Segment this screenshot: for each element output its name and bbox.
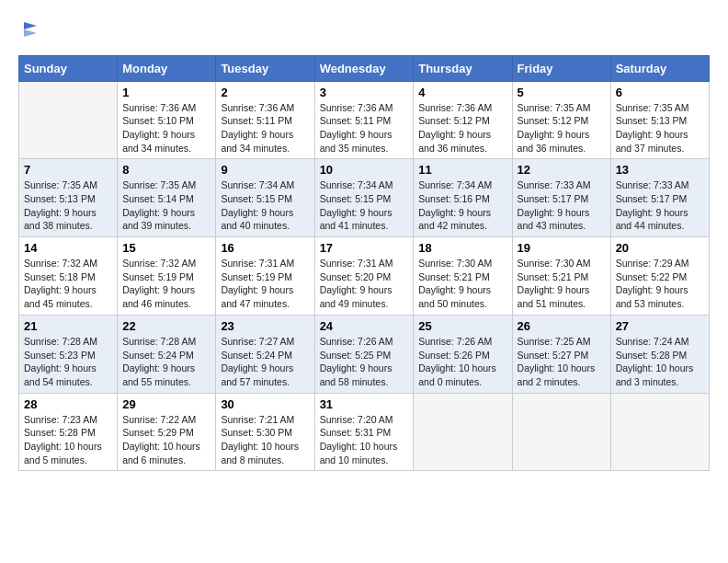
week-row: 1Sunrise: 7:36 AM Sunset: 5:10 PM Daylig… <box>19 81 710 159</box>
day-number: 1 <box>122 86 210 99</box>
column-header-tuesday: Tuesday <box>216 55 314 81</box>
day-info: Sunrise: 7:35 AM Sunset: 5:12 PM Dayligh… <box>518 101 606 155</box>
day-info: Sunrise: 7:32 AM Sunset: 5:19 PM Dayligh… <box>122 257 210 311</box>
calendar-cell: 12Sunrise: 7:33 AM Sunset: 5:17 PM Dayli… <box>512 159 610 237</box>
day-number: 26 <box>518 319 606 333</box>
day-number: 21 <box>24 319 112 333</box>
day-number: 9 <box>221 163 309 177</box>
day-number: 6 <box>616 86 704 99</box>
day-info: Sunrise: 7:32 AM Sunset: 5:18 PM Dayligh… <box>24 257 112 311</box>
day-number: 25 <box>418 319 506 333</box>
calendar-cell: 10Sunrise: 7:34 AM Sunset: 5:15 PM Dayli… <box>314 159 414 237</box>
page-header <box>18 18 710 46</box>
calendar-cell: 9Sunrise: 7:34 AM Sunset: 5:15 PM Daylig… <box>216 159 314 237</box>
calendar-cell: 5Sunrise: 7:35 AM Sunset: 5:12 PM Daylig… <box>512 81 610 159</box>
calendar-table: SundayMondayTuesdayWednesdayThursdayFrid… <box>18 55 710 472</box>
day-info: Sunrise: 7:34 AM Sunset: 5:15 PM Dayligh… <box>320 178 409 233</box>
day-number: 24 <box>320 319 409 333</box>
calendar-cell: 13Sunrise: 7:33 AM Sunset: 5:17 PM Dayli… <box>610 159 709 237</box>
day-number: 15 <box>122 241 210 255</box>
day-number: 28 <box>24 397 112 411</box>
logo-flag-icon <box>20 18 42 40</box>
calendar-cell: 25Sunrise: 7:26 AM Sunset: 5:26 PM Dayli… <box>414 315 512 393</box>
day-number: 16 <box>221 241 309 255</box>
calendar-cell: 16Sunrise: 7:31 AM Sunset: 5:19 PM Dayli… <box>216 237 314 316</box>
calendar-cell <box>610 393 709 471</box>
day-info: Sunrise: 7:20 AM Sunset: 5:31 PM Dayligh… <box>320 413 409 467</box>
calendar-cell: 18Sunrise: 7:30 AM Sunset: 5:21 PM Dayli… <box>414 237 512 316</box>
day-info: Sunrise: 7:28 AM Sunset: 5:23 PM Dayligh… <box>24 335 112 389</box>
day-info: Sunrise: 7:26 AM Sunset: 5:26 PM Dayligh… <box>418 335 506 389</box>
calendar-cell: 2Sunrise: 7:36 AM Sunset: 5:11 PM Daylig… <box>216 81 314 159</box>
day-number: 8 <box>122 163 210 177</box>
day-info: Sunrise: 7:22 AM Sunset: 5:29 PM Dayligh… <box>122 413 210 467</box>
day-info: Sunrise: 7:36 AM Sunset: 5:12 PM Dayligh… <box>418 101 506 155</box>
calendar-cell: 8Sunrise: 7:35 AM Sunset: 5:14 PM Daylig… <box>118 159 216 237</box>
day-number: 19 <box>518 241 606 255</box>
calendar-cell: 15Sunrise: 7:32 AM Sunset: 5:19 PM Dayli… <box>118 237 216 316</box>
column-header-sunday: Sunday <box>19 55 118 81</box>
day-number: 5 <box>518 86 606 99</box>
day-info: Sunrise: 7:30 AM Sunset: 5:21 PM Dayligh… <box>418 257 506 311</box>
day-number: 20 <box>616 241 704 255</box>
day-number: 22 <box>122 319 210 333</box>
day-info: Sunrise: 7:23 AM Sunset: 5:28 PM Dayligh… <box>24 413 112 467</box>
day-info: Sunrise: 7:26 AM Sunset: 5:25 PM Dayligh… <box>320 335 409 389</box>
day-info: Sunrise: 7:34 AM Sunset: 5:16 PM Dayligh… <box>418 178 506 233</box>
calendar-cell <box>414 393 512 471</box>
day-number: 30 <box>221 397 309 411</box>
day-info: Sunrise: 7:27 AM Sunset: 5:24 PM Dayligh… <box>221 335 309 389</box>
calendar-cell: 22Sunrise: 7:28 AM Sunset: 5:24 PM Dayli… <box>118 315 216 393</box>
day-number: 13 <box>616 163 704 177</box>
week-row: 21Sunrise: 7:28 AM Sunset: 5:23 PM Dayli… <box>19 315 710 393</box>
day-info: Sunrise: 7:36 AM Sunset: 5:11 PM Dayligh… <box>221 101 309 155</box>
calendar-cell: 1Sunrise: 7:36 AM Sunset: 5:10 PM Daylig… <box>118 81 216 159</box>
day-info: Sunrise: 7:31 AM Sunset: 5:20 PM Dayligh… <box>320 257 409 311</box>
week-row: 28Sunrise: 7:23 AM Sunset: 5:28 PM Dayli… <box>19 393 710 471</box>
day-number: 2 <box>221 86 309 99</box>
calendar-cell: 20Sunrise: 7:29 AM Sunset: 5:22 PM Dayli… <box>610 237 709 316</box>
day-number: 14 <box>24 241 112 255</box>
day-number: 11 <box>418 163 506 177</box>
calendar-cell: 4Sunrise: 7:36 AM Sunset: 5:12 PM Daylig… <box>414 81 512 159</box>
column-header-friday: Friday <box>512 55 610 81</box>
logo <box>18 18 42 46</box>
day-info: Sunrise: 7:30 AM Sunset: 5:21 PM Dayligh… <box>518 257 606 311</box>
calendar-cell: 6Sunrise: 7:35 AM Sunset: 5:13 PM Daylig… <box>610 81 709 159</box>
svg-marker-1 <box>24 29 37 37</box>
calendar-header-row: SundayMondayTuesdayWednesdayThursdayFrid… <box>19 55 710 81</box>
column-header-wednesday: Wednesday <box>314 55 414 81</box>
calendar-cell: 28Sunrise: 7:23 AM Sunset: 5:28 PM Dayli… <box>19 393 118 471</box>
day-number: 27 <box>616 319 704 333</box>
column-header-monday: Monday <box>118 55 216 81</box>
day-number: 10 <box>320 163 409 177</box>
day-number: 4 <box>418 86 506 99</box>
day-info: Sunrise: 7:35 AM Sunset: 5:13 PM Dayligh… <box>616 101 704 155</box>
day-info: Sunrise: 7:36 AM Sunset: 5:11 PM Dayligh… <box>320 101 409 155</box>
day-number: 18 <box>418 241 506 255</box>
calendar-cell: 7Sunrise: 7:35 AM Sunset: 5:13 PM Daylig… <box>19 159 118 237</box>
day-info: Sunrise: 7:25 AM Sunset: 5:27 PM Dayligh… <box>518 335 606 389</box>
day-number: 17 <box>320 241 409 255</box>
day-info: Sunrise: 7:21 AM Sunset: 5:30 PM Dayligh… <box>221 413 309 467</box>
day-info: Sunrise: 7:34 AM Sunset: 5:15 PM Dayligh… <box>221 178 309 233</box>
day-info: Sunrise: 7:28 AM Sunset: 5:24 PM Dayligh… <box>122 335 210 389</box>
calendar-cell: 24Sunrise: 7:26 AM Sunset: 5:25 PM Dayli… <box>314 315 414 393</box>
calendar-cell: 27Sunrise: 7:24 AM Sunset: 5:28 PM Dayli… <box>610 315 709 393</box>
logo-text <box>18 18 42 46</box>
day-number: 7 <box>24 163 112 177</box>
week-row: 14Sunrise: 7:32 AM Sunset: 5:18 PM Dayli… <box>19 237 710 316</box>
calendar-cell: 19Sunrise: 7:30 AM Sunset: 5:21 PM Dayli… <box>512 237 610 316</box>
column-header-thursday: Thursday <box>414 55 512 81</box>
calendar-cell: 14Sunrise: 7:32 AM Sunset: 5:18 PM Dayli… <box>19 237 118 316</box>
week-row: 7Sunrise: 7:35 AM Sunset: 5:13 PM Daylig… <box>19 159 710 237</box>
calendar-cell: 17Sunrise: 7:31 AM Sunset: 5:20 PM Dayli… <box>314 237 414 316</box>
day-number: 12 <box>518 163 606 177</box>
svg-marker-0 <box>24 22 37 29</box>
day-info: Sunrise: 7:33 AM Sunset: 5:17 PM Dayligh… <box>616 178 704 233</box>
day-info: Sunrise: 7:35 AM Sunset: 5:14 PM Dayligh… <box>122 178 210 233</box>
day-info: Sunrise: 7:31 AM Sunset: 5:19 PM Dayligh… <box>221 257 309 311</box>
calendar-cell: 29Sunrise: 7:22 AM Sunset: 5:29 PM Dayli… <box>118 393 216 471</box>
calendar-cell: 21Sunrise: 7:28 AM Sunset: 5:23 PM Dayli… <box>19 315 118 393</box>
day-number: 31 <box>320 397 409 411</box>
